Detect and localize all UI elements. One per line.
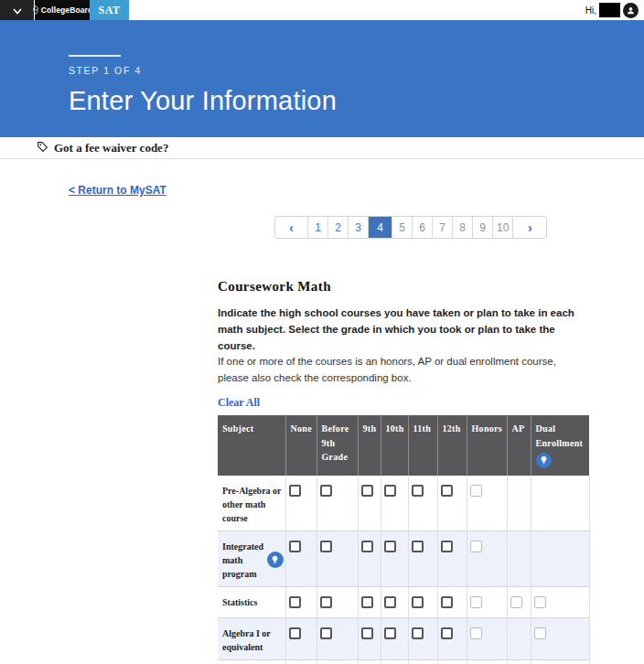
pagination-page-7[interactable]: 7	[433, 217, 453, 238]
checkbox-algebra-1-dual[interactable]	[534, 627, 546, 639]
cell-geometry-ap	[507, 659, 531, 664]
cell-algebra-1-before9	[317, 617, 358, 659]
cell-algebra-1-g9	[358, 617, 381, 659]
checkbox-pre-algebra-g12[interactable]	[441, 485, 453, 497]
cell-algebra-1-none	[285, 617, 317, 659]
col-header-before9: Before 9th Grade	[317, 415, 358, 476]
user-name-redacted	[599, 3, 620, 17]
return-to-mysat-link[interactable]: < Return to MySAT	[69, 184, 166, 197]
cell-integrated-math-dual	[531, 530, 589, 586]
cell-geometry-g9	[358, 659, 381, 664]
cell-algebra-1-dual	[531, 617, 589, 659]
chevron-down-icon	[13, 2, 22, 18]
cell-algebra-1-g10	[381, 617, 408, 659]
cell-pre-algebra-before9	[317, 476, 358, 531]
collegeboard-logo-text: CollegeBoard	[41, 5, 92, 15]
checkbox-algebra-1-g12[interactable]	[441, 627, 453, 639]
cell-statistics-honors	[467, 586, 507, 617]
instructions-bold: Indicate the high school courses you hav…	[218, 305, 589, 354]
cell-statistics-ap	[507, 586, 531, 617]
integrated-math-info-icon[interactable]	[267, 552, 284, 568]
checkbox-algebra-1-g10[interactable]	[384, 627, 396, 639]
checkbox-integrated-math-before9[interactable]	[320, 541, 332, 552]
pagination-prev-chevron-left-icon[interactable]: ‹	[275, 217, 308, 238]
checkbox-integrated-math-g11[interactable]	[412, 541, 424, 552]
cell-statistics-dual	[531, 586, 589, 617]
col-header-g10: 10th	[381, 415, 408, 476]
checkbox-pre-algebra-before9[interactable]	[320, 485, 332, 497]
table-row-statistics: Statistics	[218, 586, 589, 617]
cell-integrated-math-g10	[381, 530, 408, 586]
cell-geometry-g12	[437, 659, 467, 664]
pagination-page-5[interactable]: 5	[392, 217, 413, 238]
col-header-ap: AP	[507, 415, 531, 476]
checkbox-statistics-none[interactable]	[289, 596, 301, 608]
checkbox-statistics-g11[interactable]	[412, 596, 424, 608]
checkbox-pre-algebra-g11[interactable]	[412, 485, 424, 497]
fee-waiver-label: Got a fee waiver code?	[54, 141, 168, 155]
table-row-algebra-1: Algebra I or equivalent	[218, 617, 589, 659]
cell-geometry-g10	[381, 659, 408, 664]
cell-geometry-before9	[317, 659, 358, 664]
checkbox-integrated-math-none[interactable]	[289, 541, 301, 552]
col-header-g12: 12th	[437, 415, 467, 476]
pagination-page-4[interactable]: 4	[369, 217, 392, 238]
checkbox-pre-algebra-g9[interactable]	[361, 485, 373, 497]
pagination-page-8[interactable]: 8	[453, 217, 473, 238]
section-title: Coursework Math	[218, 279, 589, 295]
pagination-next-chevron-right-icon[interactable]: ›	[513, 217, 546, 238]
banner-rule	[69, 55, 121, 57]
collegeboard-logo[interactable]: CollegeBoard	[35, 0, 90, 20]
checkbox-statistics-g12[interactable]	[441, 596, 453, 608]
checkbox-algebra-1-before9[interactable]	[320, 627, 332, 639]
checkbox-statistics-g10[interactable]	[384, 596, 396, 608]
checkbox-statistics-honors[interactable]	[470, 596, 482, 608]
cell-pre-algebra-g10	[381, 476, 408, 531]
checkbox-statistics-g9[interactable]	[361, 596, 373, 608]
checkbox-algebra-1-g11[interactable]	[412, 627, 424, 639]
checkbox-algebra-1-honors[interactable]	[470, 627, 482, 639]
clear-all-link[interactable]: Clear All	[218, 396, 260, 410]
col-header-g11: 11th	[408, 415, 437, 476]
tag-icon	[37, 140, 48, 156]
pagination-page-2[interactable]: 2	[328, 217, 349, 238]
cell-pre-algebra-g11	[408, 476, 437, 531]
checkbox-statistics-ap[interactable]	[510, 596, 522, 608]
cell-integrated-math-ap	[507, 530, 531, 586]
pagination-page-10[interactable]: 10	[493, 217, 513, 238]
checkbox-integrated-math-honors[interactable]	[470, 541, 482, 552]
checkbox-pre-algebra-g10[interactable]	[384, 485, 396, 497]
pagination: ‹12345678910›	[274, 216, 547, 239]
col-header-g9: 9th	[358, 415, 381, 476]
col-header-none: None	[285, 415, 317, 476]
pagination-page-3[interactable]: 3	[349, 217, 369, 238]
cell-integrated-math-none	[285, 530, 317, 586]
checkbox-pre-algebra-honors[interactable]	[470, 485, 482, 497]
checkbox-pre-algebra-none[interactable]	[289, 485, 301, 497]
cell-algebra-1-ap	[507, 617, 531, 659]
checkbox-statistics-before9[interactable]	[320, 596, 332, 608]
pagination-page-9[interactable]: 9	[473, 217, 493, 238]
dual-enrollment-info-icon[interactable]	[536, 453, 552, 468]
pagination-page-1[interactable]: 1	[308, 217, 328, 238]
cell-pre-algebra-dual	[531, 476, 589, 531]
cell-pre-algebra-g12	[437, 476, 467, 531]
user-avatar-icon[interactable]	[623, 3, 639, 18]
checkbox-statistics-dual[interactable]	[534, 596, 546, 608]
checkbox-integrated-math-g10[interactable]	[384, 541, 396, 552]
cell-pre-algebra-ap	[507, 476, 531, 531]
checkbox-algebra-1-g9[interactable]	[361, 627, 373, 639]
fee-waiver-link[interactable]: Got a fee waiver code?	[0, 137, 644, 159]
checkbox-algebra-1-none[interactable]	[289, 627, 301, 639]
page-title: Enter Your Information	[69, 86, 644, 116]
col-header-subject: Subject	[218, 415, 285, 476]
cell-geometry-none	[285, 659, 317, 664]
nav-dropdown-toggle[interactable]	[0, 0, 34, 20]
cell-integrated-math-before9	[317, 530, 358, 586]
checkbox-integrated-math-g12[interactable]	[441, 541, 453, 552]
pagination-page-6[interactable]: 6	[413, 217, 433, 238]
cell-statistics-before9	[317, 586, 358, 617]
sat-logo[interactable]: SAT	[90, 0, 129, 20]
checkbox-integrated-math-g9[interactable]	[361, 541, 373, 552]
cell-integrated-math-g9	[358, 530, 381, 586]
